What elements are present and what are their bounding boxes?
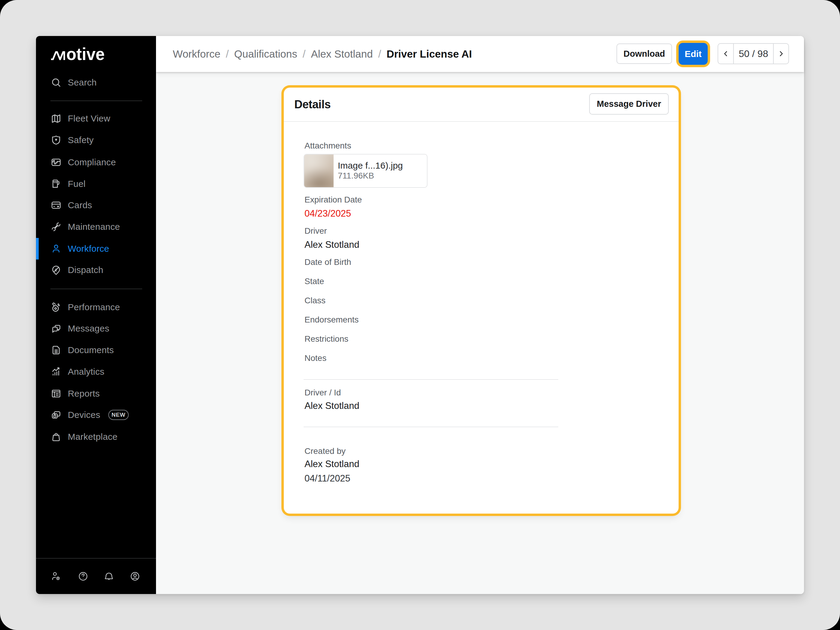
svg-text:otive: otive <box>66 47 105 61</box>
